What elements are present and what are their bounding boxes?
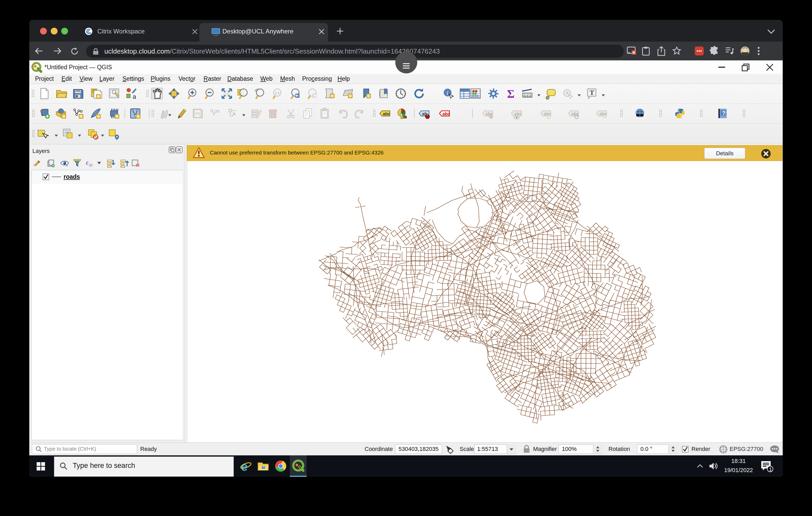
svg-text:?: ? — [722, 110, 725, 116]
svg-text:e: e — [241, 459, 248, 474]
svg-text:1:1: 1:1 — [275, 91, 280, 95]
svg-text:ε: ε — [86, 159, 89, 166]
svg-text:a: a — [133, 93, 136, 100]
svg-text:abc: abc — [514, 111, 522, 116]
svg-text:1: 1 — [769, 467, 772, 472]
svg-text:abc: abc — [383, 111, 390, 116]
svg-text:T: T — [590, 89, 594, 96]
svg-text:i: i — [446, 89, 448, 96]
svg-text:abc: abc — [442, 111, 450, 116]
svg-text:Σ: Σ — [507, 88, 515, 100]
